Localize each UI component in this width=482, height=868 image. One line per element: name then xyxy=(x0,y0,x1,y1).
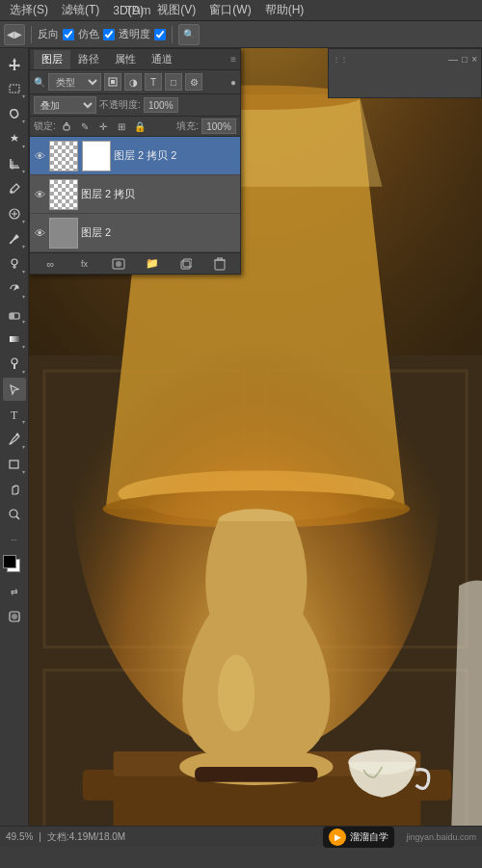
layer-fx-btn[interactable]: fx xyxy=(76,255,94,273)
svg-point-13 xyxy=(15,434,18,436)
toolbar-row: ◀▶ 反向 仿色 透明度 🔍 xyxy=(0,21,482,48)
layer-new-btn[interactable] xyxy=(177,255,195,273)
tool-move[interactable] xyxy=(3,52,26,75)
layer-eye-icon-3[interactable]: 👁 xyxy=(33,227,46,239)
layer-item[interactable]: 👁 图层 2 拷贝 2 xyxy=(30,137,240,175)
lock-image-btn[interactable]: ✎ xyxy=(77,118,93,134)
layer-thumb-3 xyxy=(49,218,78,249)
svg-point-2 xyxy=(10,191,13,194)
lock-transparent-btn[interactable] xyxy=(59,118,74,134)
toolbar-reverse-label: 反向 xyxy=(38,27,59,41)
fill-input[interactable]: 100% xyxy=(201,118,236,134)
mini-panel: ⋮⋮ — □ × xyxy=(328,48,482,98)
layer-thumb-2 xyxy=(49,179,78,210)
filter-type-dropdown[interactable]: 类型 xyxy=(48,73,101,91)
tab-properties[interactable]: 属性 xyxy=(107,50,144,69)
tab-layers[interactable]: 图层 xyxy=(34,50,70,69)
watermark-play-icon: ▶ xyxy=(329,829,346,846)
tool-text[interactable]: T ▾ xyxy=(3,403,26,426)
layer-item[interactable]: 👁 图层 2 拷贝 xyxy=(30,175,240,214)
tool-zoom[interactable] xyxy=(3,503,26,526)
blend-mode-dropdown[interactable]: 叠加 xyxy=(34,96,96,114)
svg-marker-0 xyxy=(9,58,20,70)
tool-shape[interactable]: ▾ xyxy=(3,453,26,476)
menu-view[interactable]: 视图(V) xyxy=(151,0,201,20)
layer-link-btn[interactable]: ∞ xyxy=(42,255,60,273)
layer-eye-icon-2[interactable]: 👁 xyxy=(33,189,46,200)
lock-artboard-btn[interactable]: ⊞ xyxy=(114,118,129,134)
layer-group-btn[interactable]: 📁 xyxy=(144,255,161,273)
svg-rect-41 xyxy=(195,767,317,782)
tool-gradient[interactable]: ▾ xyxy=(3,328,26,351)
tool-lasso[interactable]: ▾ xyxy=(3,102,26,125)
filter-shape-btn[interactable]: □ xyxy=(165,73,182,91)
tool-magic-wand[interactable]: ▾ xyxy=(3,127,26,150)
svg-point-39 xyxy=(218,655,254,732)
tool-pen[interactable]: ▾ xyxy=(3,428,26,451)
mini-maximize-btn[interactable]: □ xyxy=(462,54,468,65)
svg-point-15 xyxy=(10,510,17,517)
tool-history-brush[interactable]: ▾ xyxy=(3,277,26,301)
mini-close-btn[interactable]: × xyxy=(471,54,477,65)
tool-brush[interactable]: ▾ xyxy=(3,227,26,250)
filter-text-btn[interactable]: T xyxy=(145,73,162,91)
svg-point-18 xyxy=(12,614,17,619)
tool-switch-colors[interactable]: ⇄ xyxy=(3,580,26,603)
menu-help[interactable]: 帮助(H) xyxy=(259,0,310,20)
filter-smart-btn[interactable]: ⚙ xyxy=(185,73,202,91)
left-toolbar: ▾ ▾ ▾ ▾ ▾ ▾ ▾ ▾ xyxy=(0,48,29,847)
toolbar-transparency-label: 透明度 xyxy=(119,27,150,41)
layer-mask-thumb-1 xyxy=(82,141,111,171)
menu-bar: TAm 选择(S) 滤镜(T) 3D(D) 视图(V) 窗口(W) 帮助(H) xyxy=(0,0,482,21)
canvas-area: 图层 路径 属性 通道 ≡ 🔍 类型 ◑ T xyxy=(29,48,482,847)
main-area: ▾ ▾ ▾ ▾ ▾ ▾ ▾ ▾ xyxy=(0,48,482,847)
opacity-input[interactable]: 100% xyxy=(144,97,178,113)
mini-grip: ⋮⋮ xyxy=(333,55,348,64)
layer-item[interactable]: 👁 图层 2 xyxy=(30,214,240,252)
tool-crop[interactable]: ▾ xyxy=(3,152,26,175)
menu-filter[interactable]: 滤镜(T) xyxy=(56,0,105,20)
layer-delete-btn[interactable] xyxy=(211,255,228,273)
tab-channels[interactable]: 通道 xyxy=(144,50,180,69)
lock-all-btn[interactable]: 🔒 xyxy=(132,118,147,134)
layer-mask-btn[interactable] xyxy=(110,255,127,273)
tool-clone-stamp[interactable]: ▾ xyxy=(3,252,26,276)
svg-rect-1 xyxy=(10,85,19,92)
tool-extra[interactable]: ··· xyxy=(3,528,26,551)
menu-window[interactable]: 窗口(W) xyxy=(203,0,256,20)
tool-path-selection[interactable] xyxy=(3,378,26,401)
panel-menu-btn[interactable]: ≡ xyxy=(230,54,236,65)
tool-rectangle-marquee[interactable]: ▾ xyxy=(3,77,26,100)
toolbar-search-btn[interactable]: 🔍 xyxy=(178,24,200,45)
filter-pixel-btn[interactable] xyxy=(104,73,121,91)
toolbar-dither-checkbox[interactable] xyxy=(103,29,115,40)
tool-eraser[interactable]: ▾ xyxy=(3,302,26,326)
lock-row: 锁定: ✎ ✛ ⊞ 🔒 填充: 100% xyxy=(30,117,240,137)
toolbar-sep-2 xyxy=(172,26,173,43)
filter-toggle[interactable]: ● xyxy=(230,77,236,88)
site-label: jingyan.baidu.com xyxy=(406,832,476,842)
menu-select[interactable]: 选择(S) xyxy=(4,0,54,20)
svg-point-47 xyxy=(116,261,121,267)
mini-minimize-btn[interactable]: — xyxy=(448,54,458,65)
svg-point-6 xyxy=(12,259,17,265)
tab-paths[interactable]: 路径 xyxy=(70,50,107,69)
layer-name-3: 图层 2 xyxy=(81,225,237,240)
tool-eyedropper[interactable] xyxy=(3,177,26,200)
svg-rect-45 xyxy=(64,125,69,130)
toolbar-reverse-checkbox[interactable] xyxy=(63,29,74,40)
tool-healing-brush[interactable]: ▾ xyxy=(3,202,26,225)
tool-quick-mask[interactable] xyxy=(3,605,26,628)
tool-dodge[interactable]: ▾ xyxy=(3,353,26,376)
tool-hand[interactable] xyxy=(3,478,26,501)
toolbar-transparency-checkbox[interactable] xyxy=(154,29,166,40)
foreground-background-colors[interactable] xyxy=(3,555,26,578)
toolbar-sep-1 xyxy=(31,26,32,43)
toolbar-collapse-btn[interactable]: ◀▶ xyxy=(4,24,25,45)
layer-eye-icon[interactable]: 👁 xyxy=(33,150,46,162)
mini-panel-buttons: — □ × xyxy=(448,54,477,65)
panel-tabs: 图层 路径 属性 通道 xyxy=(34,50,180,69)
filter-adjust-btn[interactable]: ◑ xyxy=(124,73,142,91)
opacity-label: 不透明度: xyxy=(99,98,141,112)
lock-position-btn[interactable]: ✛ xyxy=(95,118,111,134)
